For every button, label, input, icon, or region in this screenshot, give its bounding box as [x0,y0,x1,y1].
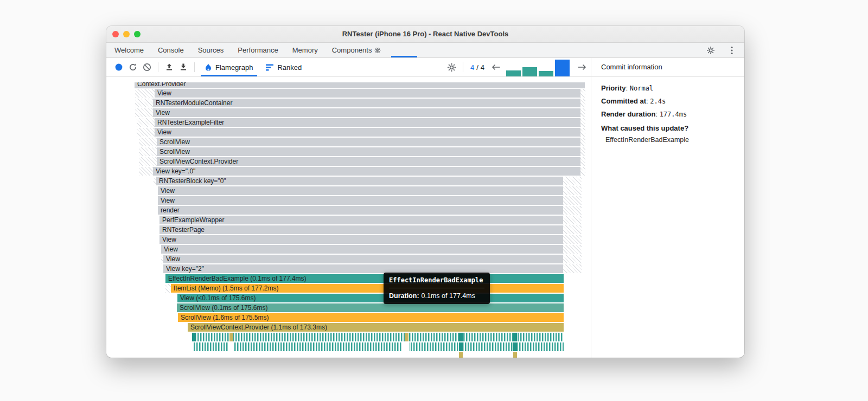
did-not-render-hatch [563,206,582,215]
commit-bar-2[interactable] [522,58,537,76]
flame-bar[interactable]: View key="2" [163,264,563,273]
flame-bar[interactable]: ScrollViewContext.Provider [157,157,580,166]
flame-bar[interactable]: View [161,245,563,254]
tab-sources[interactable]: Sources [191,43,231,57]
flame-micro-bar[interactable] [192,333,196,341]
next-commit-arrow-icon[interactable] [576,61,588,73]
field-value: 2.4s [650,98,666,105]
flame-bar-label: Context.Provider [135,82,585,88]
flame-bar-label: ScrollViewContext.Provider (1.1ms of 173… [188,323,564,332]
tab-welcome[interactable]: Welcome [107,43,151,57]
flame-bar[interactable]: View [159,235,563,244]
flame-micro-bar[interactable] [405,333,409,341]
tooltip-component-name: EffectInRenderBadExample [389,276,484,288]
previous-commit-arrow-icon[interactable] [490,61,502,73]
commit-total: 4 [481,63,484,72]
did-not-render-hatch [137,128,155,137]
flame-bar[interactable]: EffectInRenderBadExample (0.1ms of 177.4… [165,274,564,283]
did-not-render-hatch [580,118,585,127]
update-cause-list: EffectInRenderBadExample [601,136,735,144]
flame-bar[interactable]: ScrollView (1.6ms of 175.5ms) [178,313,564,322]
more-options-kebab-icon[interactable] [725,43,739,57]
update-cause-question: What caused this update? [601,124,735,132]
flame-bar-label: View [155,89,580,98]
commit-current[interactable]: 4 [470,63,474,72]
react-atom-icon [374,47,381,54]
commit-info-field: Render duration: 177.4ms [601,110,735,118]
zoom-window-button[interactable] [134,31,141,37]
flame-bar-label: View [153,108,580,117]
flame-bar[interactable]: View [158,196,563,205]
flame-micro-bars-row[interactable] [192,333,564,341]
flame-bar[interactable]: ScrollView (0.1ms of 175.6ms) [177,303,564,312]
flame-bar[interactable]: View [158,186,563,195]
tab-profiler[interactable] [388,43,420,57]
tab-memory[interactable]: Memory [285,43,325,57]
flame-leaf-bar[interactable] [513,352,517,358]
flame-bar[interactable]: RNTesterExampleFilter [155,118,580,127]
did-not-render-hatch [135,89,155,98]
flame-bar-label: ItemList (Memo) (1.5ms of 177.2ms) [171,284,564,293]
tab-console[interactable]: Console [151,43,191,57]
flame-micro-bar[interactable] [459,333,463,341]
flame-bar[interactable]: View [163,255,563,263]
devtools-tabbar: WelcomeConsoleSourcesPerformanceMemoryCo… [106,43,744,58]
flame-micro-bars-row[interactable] [194,342,564,351]
clear-profile-icon[interactable] [140,60,154,74]
flame-micro-bar[interactable] [513,333,517,341]
field-label: Render duration [601,110,655,118]
traffic-lights [112,31,141,37]
flame-bar[interactable]: View [153,108,580,117]
flame-bar[interactable]: Context.Provider [135,82,585,88]
flame-bar-label: ScrollView [157,147,580,156]
tab-components[interactable]: Components [325,43,388,57]
profiler-settings-gear-icon[interactable] [445,60,459,74]
title-bar: RNTester (iPhone 16 Pro) - React Native … [106,26,744,43]
tab-label: Memory [292,46,318,54]
flame-bar[interactable]: ScrollViewContext.Provider (1.1ms of 173… [188,323,564,332]
flame-bar[interactable]: render [158,206,563,215]
flame-bar[interactable]: View [155,128,580,137]
flame-bar[interactable]: View key=".0" [153,167,580,176]
flame-micro-bar[interactable] [513,342,517,351]
flame-bar[interactable]: View (<0.1ms of 175.6ms) [177,294,564,302]
reload-and-profile-icon[interactable] [126,60,140,74]
flame-bar[interactable]: RNTesterModuleContainer [153,99,580,107]
commit-bar-4[interactable] [555,58,570,76]
flame-bar[interactable]: RNTesterBlock key="0" [156,177,563,185]
flame-bar-label: View [155,128,580,137]
minimize-window-button[interactable] [123,31,130,37]
did-not-render-hatch [563,186,582,195]
flame-micro-bar[interactable] [229,333,233,341]
tab-performance[interactable]: Performance [231,43,285,57]
commit-bar-3[interactable] [539,58,553,76]
flame-bar[interactable]: ScrollView [157,138,580,146]
flame-bar-label: View [159,235,563,244]
did-not-render-hatch [563,264,582,273]
flame-bar[interactable]: RNTesterPage [159,225,563,234]
flame-bar[interactable]: PerfExampleWrapper [159,216,563,224]
flame-micro-bar[interactable] [459,342,463,351]
export-profile-icon[interactable] [176,60,190,74]
import-profile-icon[interactable] [162,60,176,74]
did-not-render-hatch [580,157,585,166]
field-label: Priority [601,84,626,92]
update-cause-item[interactable]: EffectInRenderBadExample [601,136,735,144]
view-tab-flamegraph[interactable]: Flamegraph [199,58,259,76]
tab-label: Components [332,46,372,54]
commit-bar-1[interactable] [506,58,521,76]
view-tab-ranked[interactable]: Ranked [259,58,308,76]
flame-bar[interactable]: ItemList (Memo) (1.5ms of 177.2ms) [171,284,564,293]
did-not-render-hatch [139,138,157,146]
commit-counter: 4/4 [470,63,484,72]
record-profile-button[interactable] [112,60,126,74]
close-window-button[interactable] [112,31,119,37]
view-tab-label: Flamegraph [215,63,253,72]
flame-leaf-bar[interactable] [459,352,463,358]
field-value: 177.4ms [660,111,687,118]
tooltip-duration: Duration:0.1ms of 177.4ms [389,292,484,300]
flame-bar[interactable]: View [155,89,580,98]
flame-bar[interactable]: ScrollView [157,147,580,156]
settings-gear-icon[interactable] [704,43,718,57]
toolbar-separator [194,62,195,72]
